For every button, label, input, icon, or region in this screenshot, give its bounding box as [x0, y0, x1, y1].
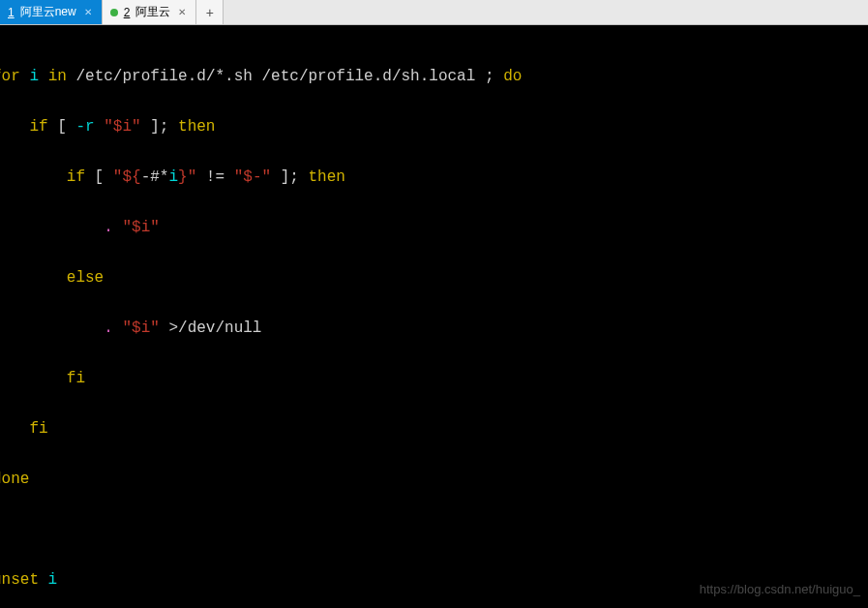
tab-label: 阿里云 — [135, 4, 170, 20]
tab-1[interactable]: 1 阿里云new ✕ — [0, 0, 103, 24]
code-line: if [ -r "$i" ]; then — [0, 114, 868, 139]
code-line: if [ "${-#*i}" != "$-" ]; then — [0, 165, 868, 190]
code-line: else — [0, 265, 868, 290]
close-icon[interactable]: ✕ — [176, 7, 188, 17]
code-line: unset i — [0, 567, 868, 593]
modified-dot-icon — [110, 9, 118, 16]
code-line: for i in /etc/profile.d/*.sh /etc/profil… — [0, 64, 868, 89]
new-tab-button[interactable]: + — [196, 0, 224, 24]
tab-bar: 1 阿里云new ✕ 2 阿里云 ✕ + — [0, 0, 868, 25]
tab-label: 阿里云new — [20, 4, 76, 20]
tab-2[interactable]: 2 阿里云 ✕ — [103, 0, 197, 24]
plus-icon: + — [206, 5, 214, 20]
terminal-view[interactable]: for i in /etc/profile.d/*.sh /etc/profil… — [0, 25, 868, 608]
tab-index: 2 — [124, 6, 131, 19]
code-line — [0, 517, 868, 542]
code-line: . "$i" — [0, 215, 868, 240]
tabbar-spacer — [224, 0, 868, 24]
code-line: . "$i" >/dev/null — [0, 316, 868, 341]
code-line: fi — [0, 416, 868, 441]
code-line: fi — [0, 366, 868, 391]
code-line: done — [0, 467, 868, 492]
tab-index: 1 — [8, 6, 15, 19]
close-icon[interactable]: ✕ — [82, 7, 94, 17]
